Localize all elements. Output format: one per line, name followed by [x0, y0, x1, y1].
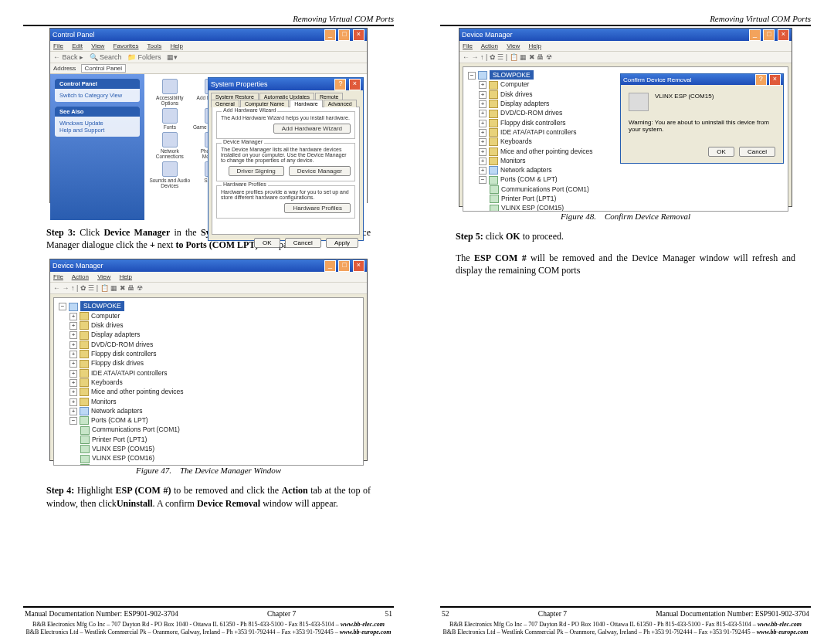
tree-item[interactable]: DVD/CD-ROM drives: [91, 341, 153, 348]
menu-help[interactable]: Help: [171, 42, 183, 49]
cp-icon[interactable]: Fonts: [149, 108, 191, 130]
btn-driver-signing[interactable]: Driver Signing: [229, 166, 284, 176]
tree-port-item[interactable]: Communications Port (COM1): [501, 185, 589, 193]
cp-icon[interactable]: Network Connections: [149, 132, 191, 159]
close-icon[interactable]: ×: [353, 260, 364, 272]
tree-item[interactable]: Keyboards: [91, 378, 123, 386]
tree-expand-icon[interactable]: +: [70, 370, 77, 378]
tree-port-item[interactable]: Communications Port (COM1): [92, 425, 180, 433]
tree-expand-icon[interactable]: +: [479, 148, 486, 156]
close-icon[interactable]: ×: [349, 79, 361, 90]
tree-expand-icon[interactable]: +: [70, 331, 77, 339]
tree-item[interactable]: Monitors: [91, 398, 117, 405]
minimize-icon[interactable]: _: [324, 29, 336, 41]
maximize-icon[interactable]: □: [338, 260, 350, 272]
menu-file[interactable]: File: [463, 42, 473, 49]
tree-root[interactable]: SLOWPOKE: [490, 70, 534, 80]
tree-item[interactable]: Monitors: [500, 157, 526, 164]
tree-item[interactable]: IDE ATA/ATAPI controllers: [91, 369, 168, 377]
tree-expand-icon[interactable]: +: [479, 120, 486, 127]
tree-expand-icon[interactable]: +: [479, 100, 486, 108]
tree-item[interactable]: Computer: [91, 312, 120, 320]
minimize-icon[interactable]: _: [749, 29, 761, 41]
tree-collapse-icon[interactable]: −: [70, 417, 77, 425]
btn-device-manager[interactable]: Device Manager: [289, 166, 351, 176]
tree-item[interactable]: Computer: [500, 80, 529, 88]
tree-expand-icon[interactable]: +: [479, 138, 486, 146]
menu-view[interactable]: View: [97, 273, 110, 280]
menu-file[interactable]: File: [53, 273, 63, 280]
menu-edit[interactable]: Edit: [72, 42, 83, 49]
help-icon[interactable]: ?: [755, 74, 767, 86]
tree-expand-icon[interactable]: +: [479, 110, 486, 117]
tree-port-item[interactable]: VLINX ESP (COM15): [501, 204, 564, 212]
tab-computer-name[interactable]: Computer Name: [240, 100, 289, 107]
cp-icon[interactable]: Accessibility Options: [149, 79, 191, 106]
tree-expand-icon[interactable]: +: [70, 408, 77, 415]
tree-item[interactable]: Floppy disk controllers: [500, 119, 566, 127]
maximize-icon[interactable]: □: [763, 29, 775, 41]
tree-port-item[interactable]: VLINX ESP (COM16): [92, 454, 154, 462]
cp-icon[interactable]: Sounds and Audio Devices: [149, 161, 191, 188]
close-icon[interactable]: ×: [769, 74, 781, 86]
tree-expand-icon[interactable]: +: [479, 129, 486, 137]
tree-ports[interactable]: Ports (COM & LPT): [91, 416, 148, 424]
tree-item[interactable]: Keyboards: [500, 137, 532, 145]
close-icon[interactable]: ×: [778, 29, 789, 41]
tree-port-item[interactable]: Printer Port (LPT1): [501, 195, 556, 202]
btn-apply[interactable]: Apply: [326, 238, 358, 248]
tree-expand-icon[interactable]: +: [70, 388, 77, 396]
tree-item[interactable]: Network adapters: [500, 166, 552, 174]
btn-hw-profiles[interactable]: Hardware Profiles: [284, 203, 351, 213]
menu-action[interactable]: Action: [72, 273, 89, 280]
cp-switch-view[interactable]: Switch to Category View: [59, 92, 135, 99]
tree-port-item[interactable]: VLINX ESP (COM17): [92, 464, 154, 466]
btn-ok[interactable]: OK: [708, 147, 734, 157]
btn-ok[interactable]: OK: [254, 238, 280, 248]
menu-view[interactable]: View: [91, 42, 104, 49]
menu-view[interactable]: View: [507, 42, 520, 49]
tab-advanced[interactable]: Advanced: [324, 100, 357, 107]
tree-collapse-icon[interactable]: −: [479, 176, 486, 184]
minimize-icon[interactable]: _: [324, 260, 336, 272]
tab-hardware[interactable]: Hardware: [290, 100, 322, 107]
tree-expand-icon[interactable]: +: [70, 398, 77, 406]
tree-ports[interactable]: Ports (COM & LPT): [500, 175, 558, 183]
tree-root[interactable]: SLOWPOKE: [80, 301, 124, 310]
cp-seealso-2[interactable]: Help and Support: [59, 127, 135, 134]
close-icon[interactable]: ×: [353, 29, 364, 41]
cp-seealso-1[interactable]: Windows Update: [59, 120, 135, 127]
btn-cancel[interactable]: Cancel: [739, 147, 775, 157]
btn-add-hw-wizard[interactable]: Add Hardware Wizard: [273, 124, 351, 134]
tree-port-item[interactable]: Printer Port (LPT1): [92, 436, 147, 443]
tree-item[interactable]: Mice and other pointing devices: [500, 147, 593, 155]
tree-item[interactable]: IDE ATA/ATAPI controllers: [500, 128, 577, 136]
tree-expand-icon[interactable]: +: [479, 167, 486, 175]
tree-item[interactable]: Mice and other pointing devices: [91, 388, 184, 395]
tree-expand-icon[interactable]: +: [70, 351, 77, 358]
tree-expand-icon[interactable]: +: [70, 360, 77, 368]
tree-expand-icon[interactable]: +: [479, 91, 486, 99]
tree-collapse-icon[interactable]: −: [468, 72, 476, 80]
btn-cancel[interactable]: Cancel: [285, 238, 321, 248]
tree-item[interactable]: Floppy disk drives: [91, 359, 144, 367]
menu-tools[interactable]: Tools: [147, 42, 162, 49]
menu-file[interactable]: File: [53, 42, 63, 49]
tree-item[interactable]: Display adapters: [500, 100, 549, 107]
tree-item[interactable]: DVD/CD-ROM drives: [500, 109, 562, 117]
help-icon[interactable]: ?: [334, 79, 346, 90]
tree-item[interactable]: Display adapters: [91, 330, 140, 338]
tree-item[interactable]: Disk drives: [91, 321, 124, 329]
menu-action[interactable]: Action: [481, 42, 498, 49]
menu-favorites[interactable]: Favorites: [114, 42, 139, 49]
address-value[interactable]: Control Panel: [81, 64, 126, 73]
menu-help[interactable]: Help: [120, 273, 132, 280]
tree-expand-icon[interactable]: +: [70, 341, 77, 349]
tab-general[interactable]: General: [211, 100, 239, 107]
menu-help[interactable]: Help: [529, 42, 541, 49]
tree-expand-icon[interactable]: +: [70, 379, 77, 387]
tree-expand-icon[interactable]: +: [70, 313, 77, 320]
tree-expand-icon[interactable]: +: [479, 158, 486, 165]
tree-expand-icon[interactable]: +: [70, 322, 77, 330]
tree-item[interactable]: Network adapters: [91, 407, 143, 415]
